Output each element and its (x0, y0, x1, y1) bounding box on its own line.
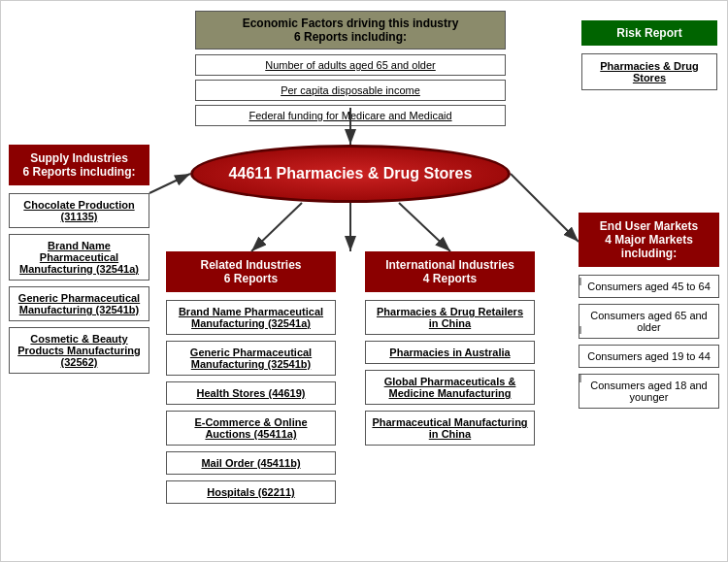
economic-item-2[interactable]: Per capita disposable income (195, 80, 506, 101)
related-item-0[interactable]: Brand Name Pharmaceutical Manufacturing … (166, 300, 336, 335)
enduser-item-0[interactable]: Consumers aged 45 to 64 (579, 275, 719, 298)
related-item-1[interactable]: Generic Pharmaceutical Manufacturing (32… (166, 341, 336, 376)
intl-item-2[interactable]: Global Pharmaceuticals & Medicine Manufa… (365, 370, 535, 405)
supply-header: Supply Industries 6 Reports including: (9, 145, 149, 185)
related-header: Related Industries 6 Reports (166, 251, 336, 292)
supply-item-2[interactable]: Generic Pharmaceutical Manufacturing (32… (9, 286, 149, 321)
economic-item-3[interactable]: Federal funding for Medicare and Medicai… (195, 105, 506, 126)
enduser-item-3[interactable]: Consumers aged 18 and younger (579, 374, 719, 409)
intl-item-0[interactable]: Pharmacies & Drug Retailers in China (365, 300, 535, 335)
economic-items-list: Number of adults aged 65 and older Per c… (195, 54, 506, 126)
supply-item-1[interactable]: Brand Name Pharmaceutical Manufacturing … (9, 234, 149, 281)
related-item-3[interactable]: E-Commerce & Online Auctions (45411a) (166, 411, 336, 446)
supply-item-3[interactable]: Cosmetic & Beauty Products Manufacturing… (9, 327, 149, 374)
international-header: International Industries 4 Reports (365, 251, 535, 292)
international-items-list: Pharmacies & Drug Retailers in China Pha… (365, 300, 535, 446)
economic-factors-section: Economic Factors driving this industry 6… (195, 11, 506, 126)
related-item-2[interactable]: Health Stores (44619) (166, 381, 336, 405)
economic-item-1[interactable]: Number of adults aged 65 and older (195, 54, 506, 76)
supply-industries-section: Supply Industries 6 Reports including: C… (9, 145, 149, 374)
supply-items-list: Chocolate Production (31135) Brand Name … (9, 193, 149, 374)
related-industries-section: Related Industries 6 Reports Brand Name … (166, 251, 336, 504)
enduser-item-2[interactable]: Consumers aged 19 to 44 (579, 345, 719, 368)
intl-item-1[interactable]: Pharmacies in Australia (365, 341, 535, 364)
svg-line-5 (251, 203, 302, 251)
enduser-item-1[interactable]: Consumers aged 65 and older (579, 304, 719, 339)
related-item-5[interactable]: Hospitals (62211) (166, 480, 336, 504)
svg-line-7 (511, 174, 579, 242)
intl-item-3[interactable]: Pharmaceutical Manufacturing in China (365, 411, 535, 446)
supply-item-0[interactable]: Chocolate Production (31135) (9, 193, 149, 228)
international-industries-section: International Industries 4 Reports Pharm… (365, 251, 535, 446)
main-industry-oval[interactable]: 44611 Pharmacies & Drug Stores (190, 145, 511, 203)
related-items-list: Brand Name Pharmaceutical Manufacturing … (166, 300, 336, 504)
economic-header: Economic Factors driving this industry 6… (195, 11, 506, 50)
svg-line-3 (149, 174, 190, 193)
svg-line-6 (399, 203, 450, 251)
risk-report-section: Risk Report Pharmacies & Drug Stores (581, 20, 717, 90)
enduser-header: End User Markets 4 Major Markets includi… (579, 213, 719, 267)
enduser-items-list: Consumers aged 45 to 64 Consumers aged 6… (579, 275, 719, 409)
enduser-markets-section: End User Markets 4 Major Markets includi… (579, 213, 719, 409)
diagram-container: Economic Factors driving this industry 6… (0, 0, 728, 562)
related-item-4[interactable]: Mail Order (45411b) (166, 451, 336, 475)
risk-report-header: Risk Report (581, 20, 717, 46)
risk-report-item[interactable]: Pharmacies & Drug Stores (581, 53, 717, 90)
